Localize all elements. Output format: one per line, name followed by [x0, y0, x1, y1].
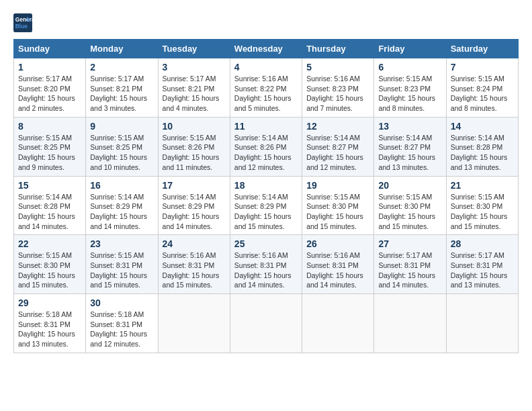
daylight-label: Daylight: 15 hours: [306, 271, 363, 279]
daylight-value: and 15 minutes.: [163, 281, 213, 289]
daylight-value: and 12 minutes.: [306, 163, 357, 171]
daylight-label: Daylight: 15 hours: [451, 271, 508, 279]
sunset-label: Sunset: 8:31 PM: [451, 261, 503, 269]
calendar-cell: 9 Sunrise: 5:15 AM Sunset: 8:25 PM Dayli…: [86, 117, 158, 176]
calendar-cell: 15 Sunrise: 5:14 AM Sunset: 8:28 PM Dayl…: [14, 176, 86, 235]
daylight-value: and 14 minutes.: [163, 222, 213, 230]
day-number: 13: [378, 121, 441, 132]
day-info: Sunrise: 5:15 AM Sunset: 8:31 PM Dayligh…: [90, 250, 153, 290]
calendar-cell: 1 Sunrise: 5:17 AM Sunset: 8:20 PM Dayli…: [14, 58, 86, 118]
daylight-label: Daylight: 15 hours: [18, 271, 75, 279]
daylight-label: Daylight: 15 hours: [451, 212, 508, 220]
day-number: 30: [90, 298, 153, 308]
day-info: Sunrise: 5:17 AM Sunset: 8:21 PM Dayligh…: [90, 74, 153, 113]
week-row-5: 29 Sunrise: 5:18 AM Sunset: 8:31 PM Dayl…: [14, 294, 519, 353]
logo-icon: General Blue: [13, 13, 32, 32]
sunrise-label: Sunrise: 5:17 AM: [378, 251, 432, 259]
calendar-cell: 13 Sunrise: 5:14 AM Sunset: 8:27 PM Dayl…: [374, 117, 446, 176]
daylight-value: and 13 minutes.: [378, 163, 429, 171]
col-header-wednesday: Wednesday: [230, 40, 302, 58]
sunrise-label: Sunrise: 5:17 AM: [451, 251, 504, 259]
daylight-value: and 14 minutes.: [90, 222, 140, 230]
sunset-label: Sunset: 8:30 PM: [18, 261, 71, 269]
header: General Blue: [13, 13, 519, 32]
daylight-value: and 2 minutes.: [18, 104, 64, 112]
sunrise-label: Sunrise: 5:14 AM: [18, 193, 72, 201]
daylight-label: Daylight: 15 hours: [163, 212, 220, 220]
calendar-cell: 25 Sunrise: 5:16 AM Sunset: 8:31 PM Dayl…: [230, 235, 302, 294]
sunset-label: Sunset: 8:22 PM: [234, 85, 287, 93]
day-info: Sunrise: 5:15 AM Sunset: 8:23 PM Dayligh…: [378, 74, 441, 113]
daylight-value: and 14 minutes.: [306, 281, 357, 289]
daylight-value: and 3 minutes.: [90, 104, 136, 112]
svg-text:Blue: Blue: [15, 23, 28, 30]
daylight-label: Daylight: 15 hours: [163, 153, 220, 161]
sunrise-label: Sunrise: 5:17 AM: [18, 75, 72, 83]
sunset-label: Sunset: 8:30 PM: [378, 202, 431, 210]
daylight-label: Daylight: 15 hours: [234, 153, 292, 161]
calendar-cell: 3 Sunrise: 5:17 AM Sunset: 8:21 PM Dayli…: [158, 58, 230, 118]
daylight-label: Daylight: 15 hours: [378, 212, 435, 220]
calendar-cell: [302, 294, 374, 353]
header-row: SundayMondayTuesdayWednesdayThursdayFrid…: [14, 40, 519, 58]
day-info: Sunrise: 5:14 AM Sunset: 8:27 PM Dayligh…: [306, 133, 369, 173]
day-info: Sunrise: 5:14 AM Sunset: 8:29 PM Dayligh…: [234, 192, 298, 232]
calendar-cell: 26 Sunrise: 5:16 AM Sunset: 8:31 PM Dayl…: [302, 235, 374, 294]
sunset-label: Sunset: 8:25 PM: [18, 143, 71, 151]
sunset-label: Sunset: 8:31 PM: [378, 261, 431, 269]
col-header-tuesday: Tuesday: [158, 40, 230, 58]
week-row-4: 22 Sunrise: 5:15 AM Sunset: 8:30 PM Dayl…: [14, 235, 519, 294]
day-info: Sunrise: 5:16 AM Sunset: 8:22 PM Dayligh…: [234, 74, 298, 113]
day-info: Sunrise: 5:15 AM Sunset: 8:30 PM Dayligh…: [18, 250, 81, 290]
daylight-value: and 8 minutes.: [378, 104, 425, 112]
day-info: Sunrise: 5:16 AM Sunset: 8:23 PM Dayligh…: [306, 74, 369, 113]
day-number: 10: [163, 121, 226, 132]
daylight-label: Daylight: 15 hours: [234, 212, 292, 220]
sunrise-label: Sunrise: 5:15 AM: [306, 193, 360, 201]
calendar-cell: 16 Sunrise: 5:14 AM Sunset: 8:29 PM Dayl…: [86, 176, 158, 235]
sunset-label: Sunset: 8:29 PM: [163, 202, 215, 210]
sunset-label: Sunset: 8:23 PM: [378, 85, 431, 93]
sunrise-label: Sunrise: 5:15 AM: [163, 134, 216, 142]
day-info: Sunrise: 5:15 AM Sunset: 8:26 PM Dayligh…: [163, 133, 226, 173]
day-info: Sunrise: 5:17 AM Sunset: 8:31 PM Dayligh…: [451, 250, 514, 290]
daylight-label: Daylight: 15 hours: [90, 271, 147, 279]
daylight-label: Daylight: 15 hours: [90, 212, 147, 220]
day-info: Sunrise: 5:15 AM Sunset: 8:25 PM Dayligh…: [18, 133, 81, 173]
day-number: 8: [18, 121, 81, 132]
daylight-value: and 14 minutes.: [378, 281, 429, 289]
sunrise-label: Sunrise: 5:16 AM: [234, 251, 288, 259]
sunrise-label: Sunrise: 5:17 AM: [163, 75, 216, 83]
daylight-value: and 5 minutes.: [234, 104, 281, 112]
daylight-value: and 15 minutes.: [306, 222, 357, 230]
day-number: 22: [18, 238, 81, 249]
sunset-label: Sunset: 8:29 PM: [234, 202, 287, 210]
daylight-label: Daylight: 15 hours: [18, 153, 75, 161]
daylight-value: and 15 minutes.: [234, 222, 285, 230]
sunset-label: Sunset: 8:23 PM: [306, 85, 359, 93]
day-number: 18: [234, 180, 298, 191]
day-number: 29: [18, 298, 81, 308]
sunset-label: Sunset: 8:28 PM: [18, 202, 71, 210]
day-info: Sunrise: 5:15 AM Sunset: 8:24 PM Dayligh…: [451, 74, 514, 113]
sunrise-label: Sunrise: 5:14 AM: [163, 193, 216, 201]
day-number: 12: [306, 121, 369, 132]
day-info: Sunrise: 5:14 AM Sunset: 8:26 PM Dayligh…: [234, 133, 298, 173]
daylight-value: and 9 minutes.: [18, 163, 64, 171]
sunrise-label: Sunrise: 5:14 AM: [378, 134, 432, 142]
calendar-cell: 24 Sunrise: 5:16 AM Sunset: 8:31 PM Dayl…: [158, 235, 230, 294]
week-row-1: 1 Sunrise: 5:17 AM Sunset: 8:20 PM Dayli…: [14, 58, 519, 118]
day-info: Sunrise: 5:16 AM Sunset: 8:31 PM Dayligh…: [163, 250, 226, 290]
day-number: 26: [306, 238, 369, 249]
daylight-value: and 13 minutes.: [451, 281, 501, 289]
day-info: Sunrise: 5:14 AM Sunset: 8:28 PM Dayligh…: [451, 133, 514, 173]
day-number: 19: [306, 180, 369, 191]
calendar-cell: 4 Sunrise: 5:16 AM Sunset: 8:22 PM Dayli…: [230, 58, 302, 118]
col-header-saturday: Saturday: [446, 40, 518, 58]
day-number: 20: [378, 180, 441, 191]
calendar-cell: 23 Sunrise: 5:15 AM Sunset: 8:31 PM Dayl…: [86, 235, 158, 294]
col-header-sunday: Sunday: [14, 40, 86, 58]
day-info: Sunrise: 5:16 AM Sunset: 8:31 PM Dayligh…: [234, 250, 298, 290]
day-info: Sunrise: 5:16 AM Sunset: 8:31 PM Dayligh…: [306, 250, 369, 290]
daylight-label: Daylight: 15 hours: [18, 330, 75, 338]
